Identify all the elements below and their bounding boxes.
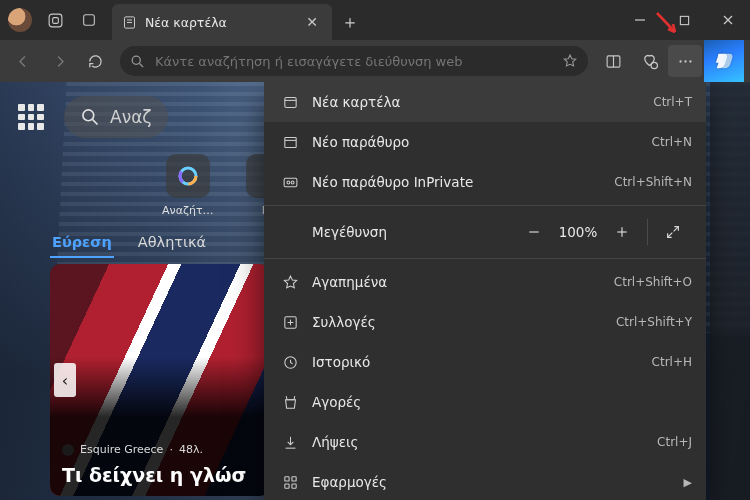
svg-point-28 (286, 181, 289, 184)
menu-item-history[interactable]: Ιστορικό Ctrl+H (264, 342, 706, 382)
window-titlebar: Νέα καρτέλα ✕ ＋ (0, 0, 750, 40)
history-icon (278, 354, 302, 371)
nav-back-button[interactable] (6, 45, 40, 77)
settings-and-more-button[interactable] (668, 45, 702, 77)
menu-separator (264, 258, 706, 259)
menu-item-label: Νέο παράθυρο (312, 134, 652, 150)
menu-item-shortcut: Ctrl+Shift+N (614, 175, 692, 189)
app-launcher-icon[interactable] (18, 104, 44, 130)
profile-avatar[interactable] (8, 8, 32, 32)
page-search-placeholder: Αναζ (110, 107, 152, 127)
copilot-button[interactable] (704, 40, 744, 82)
svg-line-11 (140, 63, 144, 67)
svg-rect-0 (49, 14, 62, 27)
menu-item-label: Συλλογές (312, 314, 616, 330)
menu-item-star[interactable]: Αγαπημένα Ctrl+Shift+O (264, 262, 706, 302)
menu-item-label: Ιστορικό (312, 354, 652, 370)
quick-link-tile[interactable]: Αναζήτηση . (162, 154, 214, 217)
news-source: Esquire Greece (80, 443, 163, 456)
menu-zoom-row: Μεγέθυνση 100% (264, 209, 706, 255)
menu-item-label: Νέα καρτέλα (312, 94, 653, 110)
svg-rect-2 (84, 15, 95, 26)
svg-point-10 (132, 56, 140, 64)
news-age: 48λ. (179, 443, 203, 456)
news-headline: Τι δείχνει η γλώσ (62, 464, 258, 488)
svg-rect-39 (291, 476, 295, 480)
address-input[interactable] (155, 54, 552, 69)
split-screen-icon[interactable] (596, 45, 630, 77)
browser-toolbar (0, 40, 750, 82)
zoom-label: Μεγέθυνση (312, 224, 515, 240)
nav-refresh-button[interactable] (78, 45, 112, 77)
settings-and-more-menu: Νέα καρτέλα Ctrl+T Νέο παράθυρο Ctrl+N Ν… (264, 82, 706, 500)
menu-item-shopping[interactable]: Αγορές (264, 382, 706, 422)
workspaces-icon[interactable] (38, 0, 72, 40)
shopping-icon (278, 394, 302, 411)
inprivate-icon (278, 174, 302, 191)
menu-item-shortcut: Ctrl+T (653, 95, 692, 109)
tab-title: Νέα καρτέλα (145, 15, 294, 30)
submenu-chevron-icon: ▶ (684, 476, 692, 489)
svg-rect-7 (680, 16, 688, 24)
download-icon (278, 434, 302, 451)
svg-point-16 (684, 60, 686, 62)
menu-item-label: Αγαπημένα (312, 274, 614, 290)
menu-item-label: Εφαρμογές (312, 474, 676, 490)
tab-actions-icon[interactable] (72, 0, 106, 40)
page-content: Αναζ Αναζήτηση . Mi Εύρεση Αθλητικά ‹ Es… (0, 82, 750, 500)
zoom-out-button[interactable] (515, 216, 553, 248)
svg-rect-27 (284, 178, 297, 187)
page-search-box[interactable]: Αναζ (64, 96, 168, 138)
menu-item-shortcut: Ctrl+J (657, 435, 692, 449)
menu-item-window[interactable]: Νέο παράθυρο Ctrl+N (264, 122, 706, 162)
menu-item-label: Λήψεις (312, 434, 657, 450)
svg-point-15 (679, 60, 681, 62)
svg-point-29 (291, 181, 294, 184)
window-minimize-button[interactable] (618, 0, 662, 40)
favorite-star-icon[interactable] (562, 53, 578, 69)
carousel-prev-button[interactable]: ‹ (54, 363, 76, 397)
svg-line-19 (93, 120, 98, 125)
collections-icon (278, 314, 302, 331)
news-meta: Esquire Greece · 48λ. (62, 443, 203, 456)
window-maximize-button[interactable] (662, 0, 706, 40)
svg-point-17 (689, 60, 691, 62)
svg-rect-23 (284, 97, 295, 107)
feed-tab-sports[interactable]: Αθλητικά (136, 228, 208, 258)
tab-close-button[interactable]: ✕ (302, 14, 322, 30)
svg-point-14 (651, 62, 657, 68)
svg-rect-41 (291, 483, 295, 487)
news-image (50, 264, 270, 496)
address-bar[interactable] (120, 46, 588, 76)
menu-item-shortcut: Ctrl+Shift+O (614, 275, 692, 289)
menu-item-tab[interactable]: Νέα καρτέλα Ctrl+T (264, 82, 706, 122)
browser-tab[interactable]: Νέα καρτέλα ✕ (112, 4, 332, 40)
tab-page-icon (122, 15, 137, 30)
menu-separator (264, 205, 706, 206)
news-card[interactable]: ‹ Esquire Greece · 48λ. Τι δείχνει η γλώ… (50, 264, 270, 496)
zoom-in-button[interactable] (603, 216, 641, 248)
menu-item-label: Νέο παράθυρο InPrivate (312, 174, 614, 190)
menu-item-collections[interactable]: Συλλογές Ctrl+Shift+Y (264, 302, 706, 342)
search-icon (130, 54, 145, 69)
window-icon (278, 134, 302, 151)
svg-rect-38 (284, 476, 288, 480)
window-close-button[interactable] (706, 0, 750, 40)
edge-sidebar[interactable] (710, 82, 750, 500)
svg-rect-25 (284, 137, 295, 147)
tab-icon (278, 94, 302, 111)
menu-item-apps[interactable]: Εφαρμογές ▶ (264, 462, 706, 500)
search-icon (80, 107, 100, 127)
new-tab-button[interactable]: ＋ (332, 4, 368, 40)
tile-label: Αναζήτηση . (162, 204, 214, 217)
nav-forward-button[interactable] (42, 45, 76, 77)
svg-rect-1 (52, 17, 58, 23)
menu-item-label: Αγορές (312, 394, 692, 410)
apps-icon (278, 474, 302, 491)
favorites-hub-icon[interactable] (632, 45, 666, 77)
feed-tab-discover[interactable]: Εύρεση (50, 228, 114, 258)
menu-item-shortcut: Ctrl+Shift+Y (616, 315, 692, 329)
fullscreen-button[interactable] (654, 216, 692, 248)
menu-item-download[interactable]: Λήψεις Ctrl+J (264, 422, 706, 462)
menu-item-inprivate[interactable]: Νέο παράθυρο InPrivate Ctrl+Shift+N (264, 162, 706, 202)
